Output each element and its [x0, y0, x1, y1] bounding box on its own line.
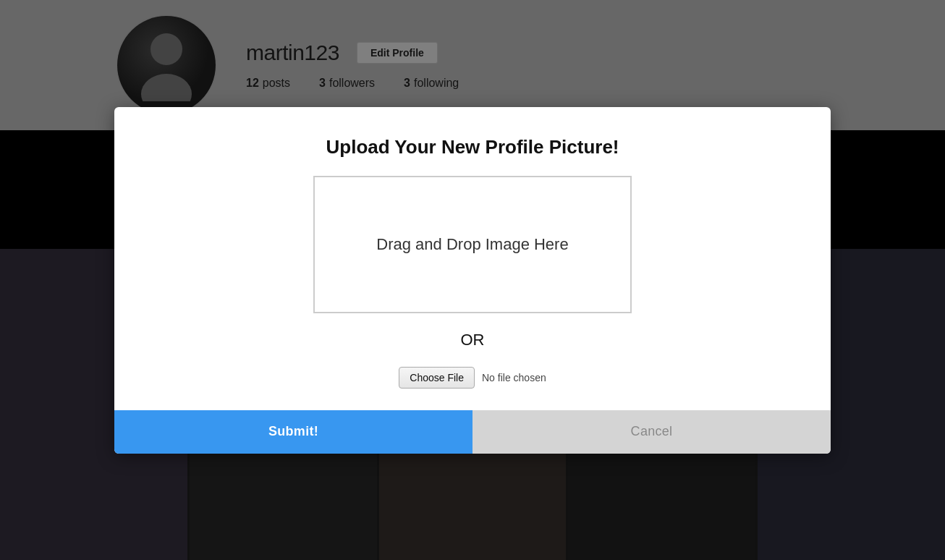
modal-backdrop: Upload Your New Profile Picture! Drag an… — [0, 0, 945, 560]
submit-button[interactable]: Submit! — [114, 410, 472, 454]
or-separator: OR — [461, 331, 485, 349]
drop-zone-text: Drag and Drop Image Here — [376, 235, 568, 254]
choose-file-button[interactable]: Choose File — [399, 367, 475, 389]
modal-title: Upload Your New Profile Picture! — [326, 136, 619, 158]
modal-footer: Submit! Cancel — [114, 410, 831, 454]
modal-body: Upload Your New Profile Picture! Drag an… — [114, 107, 831, 410]
upload-modal: Upload Your New Profile Picture! Drag an… — [114, 107, 831, 454]
no-file-text: No file chosen — [482, 372, 546, 383]
file-input-row: Choose File No file chosen — [399, 367, 546, 389]
cancel-button[interactable]: Cancel — [472, 410, 831, 454]
drop-zone[interactable]: Drag and Drop Image Here — [313, 176, 632, 313]
